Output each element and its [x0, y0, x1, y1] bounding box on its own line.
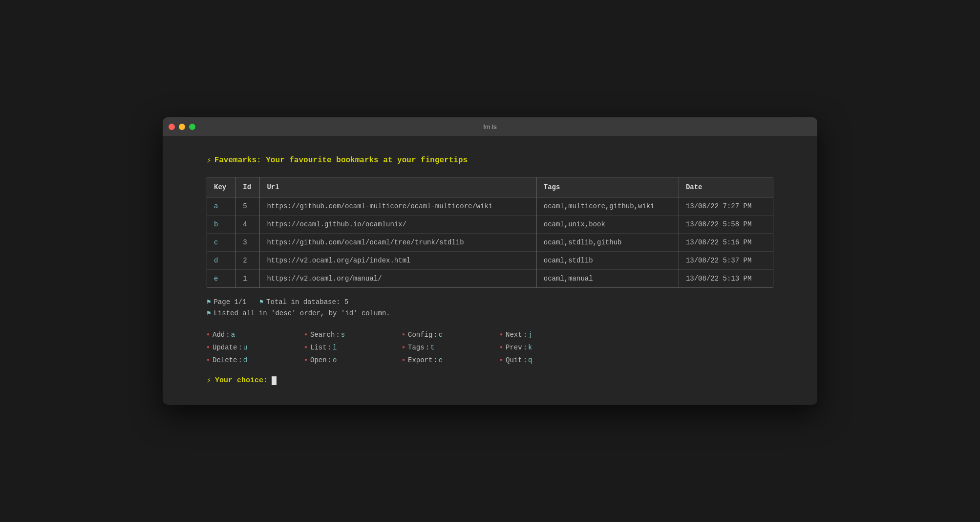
cell-date: 13/08/22 7:27 PM [679, 197, 773, 216]
menu-item-config[interactable]: ●Config : c [402, 329, 500, 341]
menu-key: s [341, 331, 345, 339]
menu-row: ●Update : u●List : l●Tags : t●Prev : k [207, 342, 773, 353]
col-header-url: Url [260, 177, 536, 197]
menu-item-next[interactable]: ●Next : j [500, 329, 597, 341]
menu-key: j [528, 331, 532, 339]
cell-tags: ocaml,stdlib [536, 252, 679, 270]
menu-dot: ● [207, 332, 210, 337]
menu-item-prev[interactable]: ●Prev : k [500, 342, 597, 353]
menu-item-tags[interactable]: ●Tags : t [402, 342, 500, 353]
app-title: ⚡ Favemarks: Your favourite bookmarks at… [207, 155, 773, 165]
close-button[interactable] [169, 124, 175, 130]
menu-name: Prev [506, 344, 522, 351]
bookmarks-table-container: Key Id Url Tags Date a5https://github.co… [207, 177, 773, 288]
menu-dot: ● [304, 345, 307, 350]
menu-key: o [333, 356, 337, 364]
menu-key: e [439, 356, 443, 364]
cell-date: 13/08/22 5:16 PM [679, 234, 773, 252]
menu-name: Config [408, 331, 432, 339]
menu-row: ●Delete : d●Open : o●Export : e●Quit : q [207, 354, 773, 366]
flag-icon-2: ⚑ [259, 298, 263, 306]
cell-key: a [207, 197, 236, 216]
cell-url: https://v2.ocaml.org/manual/ [260, 270, 536, 288]
menu-dot: ● [207, 358, 210, 363]
cell-url: https://github.com/ocaml/ocaml/tree/trun… [260, 234, 536, 252]
menu-item-add[interactable]: ●Add : a [207, 329, 304, 341]
menu-item-delete[interactable]: ●Delete : d [207, 354, 304, 366]
table-row: a5https://github.com/ocaml-multicore/oca… [207, 197, 773, 216]
prompt-label: Your choice: [215, 376, 268, 385]
menu-item-open[interactable]: ●Open : o [304, 354, 402, 366]
menu-dot: ● [500, 358, 503, 363]
cell-key: d [207, 252, 236, 270]
menu-name: Quit [506, 356, 522, 364]
menu-item-search[interactable]: ●Search : s [304, 329, 402, 341]
menu-item-export[interactable]: ●Export : e [402, 354, 500, 366]
maximize-button[interactable] [189, 124, 195, 130]
cell-key: b [207, 216, 236, 234]
status-total: Total in database: 5 [266, 298, 348, 306]
col-header-date: Date [679, 177, 773, 197]
cell-id: 4 [236, 216, 260, 234]
cell-url: https://ocaml.github.io/ocamlunix/ [260, 216, 536, 234]
menu-item-quit[interactable]: ●Quit : q [500, 354, 597, 366]
status-page-line: ⚑ Page 1/1 ⚑ Total in database: 5 [207, 298, 773, 306]
menu-name: Delete [213, 356, 237, 364]
prompt-section: ⚡ Your choice: [207, 376, 773, 385]
status-order: Listed all in 'desc' order, by 'id' colu… [213, 309, 390, 317]
menu-name: Update [213, 344, 237, 351]
cell-tags: ocaml,stdlib,github [536, 234, 679, 252]
minimize-button[interactable] [179, 124, 185, 130]
menu-name: Search [310, 331, 335, 339]
titlebar: fm ls [163, 117, 817, 136]
menu-key: t [430, 344, 434, 351]
cell-date: 13/08/22 5:58 PM [679, 216, 773, 234]
menu-key: u [243, 344, 247, 351]
menu-dot: ● [304, 332, 307, 337]
menu-key: q [528, 356, 532, 364]
col-header-id: Id [236, 177, 260, 197]
main-content: ⚡ Favemarks: Your favourite bookmarks at… [163, 136, 817, 405]
bookmarks-table: Key Id Url Tags Date a5https://github.co… [207, 177, 773, 287]
cell-key: c [207, 234, 236, 252]
cell-date: 13/08/22 5:37 PM [679, 252, 773, 270]
menu-dot: ● [402, 345, 405, 350]
menu-name: Tags [408, 344, 425, 351]
col-header-key: Key [207, 177, 236, 197]
menu-dot: ● [402, 358, 405, 363]
cell-id: 1 [236, 270, 260, 288]
status-order-line: ⚑ Listed all in 'desc' order, by 'id' co… [207, 309, 773, 317]
menu-key: a [231, 331, 235, 339]
menu-dot: ● [500, 345, 503, 350]
terminal-window: fm ls ⚡ Favemarks: Your favourite bookma… [163, 117, 817, 405]
menu-dot: ● [500, 332, 503, 337]
flag-icon-3: ⚑ [207, 309, 211, 317]
table-header-row: Key Id Url Tags Date [207, 177, 773, 197]
menu-name: Export [408, 356, 432, 364]
flag-icon-1: ⚑ [207, 298, 211, 306]
cell-tags: ocaml,unix,book [536, 216, 679, 234]
table-row: b4https://ocaml.github.io/ocamlunix/ocam… [207, 216, 773, 234]
cell-tags: ocaml,manual [536, 270, 679, 288]
window-controls [169, 124, 195, 130]
menu-name: List [310, 344, 327, 351]
menu-key: d [243, 356, 247, 364]
menu-name: Add [213, 331, 225, 339]
cell-url: https://v2.ocaml.org/api/index.html [260, 252, 536, 270]
cell-id: 5 [236, 197, 260, 216]
menu-dot: ● [304, 358, 307, 363]
menu-item-list[interactable]: ●List : l [304, 342, 402, 353]
menu-key: c [439, 331, 443, 339]
cell-id: 3 [236, 234, 260, 252]
cell-tags: ocaml,multicore,github,wiki [536, 197, 679, 216]
window-title: fm ls [483, 123, 496, 130]
table-row: d2https://v2.ocaml.org/api/index.htmloca… [207, 252, 773, 270]
menu-key: l [333, 344, 337, 351]
menu-dot: ● [402, 332, 405, 337]
cell-url: https://github.com/ocaml-multicore/ocaml… [260, 197, 536, 216]
app-title-text: Favemarks: Your favourite bookmarks at y… [214, 156, 468, 165]
prompt-cursor[interactable] [272, 376, 277, 385]
menu-item-update[interactable]: ●Update : u [207, 342, 304, 353]
prompt-lightning-icon: ⚡ [207, 376, 211, 385]
cell-key: e [207, 270, 236, 288]
